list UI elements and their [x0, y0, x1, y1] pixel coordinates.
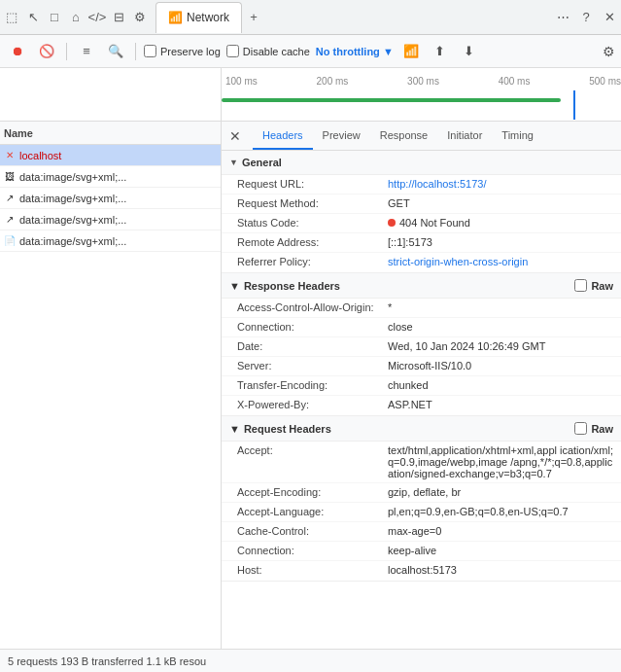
detail-row-accept: Accept: text/html,application/xhtml+xml,… [222, 442, 621, 483]
close-icon[interactable]: ✕ [602, 10, 617, 25]
detail-row-cache-control: Cache-Control: max-age=0 [222, 522, 621, 542]
status-label: Status Code: [237, 217, 388, 229]
response-raw-group: Raw [574, 279, 613, 292]
tab-initiator[interactable]: Initiator [437, 122, 492, 150]
general-triangle-icon: ▼ [229, 158, 238, 167]
tab-preview[interactable]: Preview [313, 122, 370, 150]
tab-bar: ⬚ ↖ □ ⌂ </> ⊟ ⚙ 📶 Network + ⋯ ? ✕ [0, 0, 621, 35]
response-raw-checkbox[interactable] [574, 279, 587, 292]
status-red-dot [388, 219, 396, 227]
details-panel: ✕ Headers Preview Response Initiator Tim… [222, 122, 621, 649]
response-headers-title: ▼ Response Headers [229, 280, 574, 292]
timeline-label-300: 300 ms [407, 76, 439, 87]
url-label: Request URL: [237, 178, 388, 190]
requests-icon[interactable]: ⊟ [111, 10, 126, 25]
help-icon[interactable]: ? [578, 10, 594, 25]
tab-response[interactable]: Response [370, 122, 438, 150]
inspect-icon[interactable]: ⬚ [4, 10, 19, 25]
request-item-svg3[interactable]: ↗ data:image/svg+xml;... [0, 209, 221, 230]
response-headers-content: Access-Control-Allow-Origin: * Connectio… [222, 299, 621, 415]
timeline-green-bar [222, 98, 561, 102]
request-headers-content: Accept: text/html,application/xhtml+xml,… [222, 442, 621, 581]
connection2-label: Connection: [237, 545, 388, 556]
image-status-icon: 🖼 [4, 171, 16, 183]
transfer-label: Transfer-Encoding: [237, 379, 388, 391]
tab-timing[interactable]: Timing [492, 122, 543, 150]
request-item-localhost[interactable]: ✕ localhost [0, 145, 221, 166]
record-button[interactable]: ⏺ [6, 40, 29, 63]
response-triangle-icon: ▼ [229, 280, 240, 292]
toolbar-separator-1 [66, 43, 67, 60]
detail-row-status: Status Code: 404 Not Found [222, 214, 621, 233]
disable-cache-checkbox[interactable] [226, 45, 239, 57]
network-tab[interactable]: 📶 Network [155, 2, 242, 33]
request-item-svg4[interactable]: 📄 data:image/svg+xml;... [0, 230, 221, 252]
request-headers-section: ▼ Request Headers Raw Accept: text/html,… [222, 416, 621, 582]
host-label: Host: [237, 564, 388, 576]
date-label: Date: [237, 340, 388, 352]
accept-encoding-value: gzip, deflate, br [388, 486, 613, 498]
timeline-left [0, 68, 222, 121]
method-value: GET [388, 197, 613, 209]
throttle-selector[interactable]: No throttling ▼ [316, 46, 394, 57]
search-button[interactable]: 🔍 [104, 40, 127, 63]
response-raw-label: Raw [591, 280, 613, 292]
clear-button[interactable]: 🚫 [35, 40, 58, 63]
timeline-label-400: 400 ms [499, 76, 531, 87]
filter-button[interactable]: ≡ [75, 40, 98, 63]
tab-bar-left-icons: ⬚ ↖ □ ⌂ </> ⊟ ⚙ [4, 10, 148, 25]
toolbar-right: ⚙ [603, 44, 615, 59]
timeline-right: 100 ms 200 ms 300 ms 400 ms 500 ms [222, 68, 621, 121]
request-raw-label: Raw [591, 423, 613, 435]
timeline-labels: 100 ms 200 ms 300 ms 400 ms 500 ms [222, 72, 621, 87]
accept-label: Accept: [237, 444, 388, 456]
settings-button[interactable]: ⚙ [603, 44, 615, 59]
settings2-icon[interactable]: ⚙ [132, 10, 148, 25]
accept-value: text/html,application/xhtml+xml,appl ica… [388, 444, 613, 479]
connection2-value: keep-alive [388, 545, 613, 556]
acao-value: * [388, 301, 613, 313]
tab-headers[interactable]: Headers [253, 122, 313, 150]
detail-row-acao: Access-Control-Allow-Origin: * [222, 299, 621, 318]
detail-row-method: Request Method: GET [222, 195, 621, 214]
detail-row-xpowered: X-Powered-By: ASP.NET [222, 396, 621, 415]
arrow-status-icon-2: ↗ [4, 214, 16, 226]
remote-value: [::1]:5173 [388, 236, 613, 248]
accept-language-label: Accept-Language: [237, 506, 388, 517]
upload-icon[interactable]: ⬆ [429, 40, 452, 63]
request-name-localhost: localhost [19, 150, 217, 161]
wifi-throttle-icon[interactable]: 📶 [399, 40, 423, 63]
request-item-svg2[interactable]: ↗ data:image/svg+xml;... [0, 188, 221, 209]
response-headers-section: ▼ Response Headers Raw Access-Control-Al… [222, 273, 621, 416]
more-icon[interactable]: ⋯ [555, 10, 570, 25]
detail-row-connection: Connection: close [222, 318, 621, 337]
remote-label: Remote Address: [237, 236, 388, 248]
add-tab-button[interactable]: + [246, 10, 261, 25]
preserve-log-checkbox[interactable] [144, 45, 156, 57]
status-text: 404 Not Found [399, 217, 470, 229]
request-headers-header[interactable]: ▼ Request Headers Raw [222, 416, 621, 442]
request-name-svg4: data:image/svg+xml;... [19, 235, 217, 247]
server-label: Server: [237, 360, 388, 371]
preserve-log-label: Preserve log [160, 46, 221, 57]
wifi-icon: 📶 [168, 11, 183, 24]
request-raw-checkbox[interactable] [574, 422, 587, 435]
general-section-header[interactable]: ▼ General [222, 151, 621, 175]
detail-row-host: Host: localhost:5173 [222, 561, 621, 581]
home-icon[interactable]: ⌂ [68, 10, 84, 25]
device-icon[interactable]: □ [47, 10, 62, 25]
cursor-icon[interactable]: ↖ [25, 10, 41, 25]
request-name-svg3: data:image/svg+xml;... [19, 214, 217, 226]
network-tab-label: Network [187, 11, 229, 24]
download-icon[interactable]: ⬇ [458, 40, 481, 63]
status-value: 404 Not Found [388, 217, 613, 229]
timeline-label-500: 500 ms [589, 76, 621, 87]
request-name-svg1: data:image/svg+xml;... [19, 171, 217, 183]
code-icon[interactable]: </> [89, 10, 105, 25]
status-bar-text: 5 requests 193 B transferred 1.1 kB reso… [8, 655, 206, 667]
referrer-value: strict-origin-when-cross-origin [388, 256, 613, 267]
response-headers-header[interactable]: ▼ Response Headers Raw [222, 273, 621, 299]
timeline-label-200: 200 ms [317, 76, 349, 87]
close-details-button[interactable]: ✕ [225, 126, 245, 146]
request-item-svg1[interactable]: 🖼 data:image/svg+xml;... [0, 166, 221, 188]
